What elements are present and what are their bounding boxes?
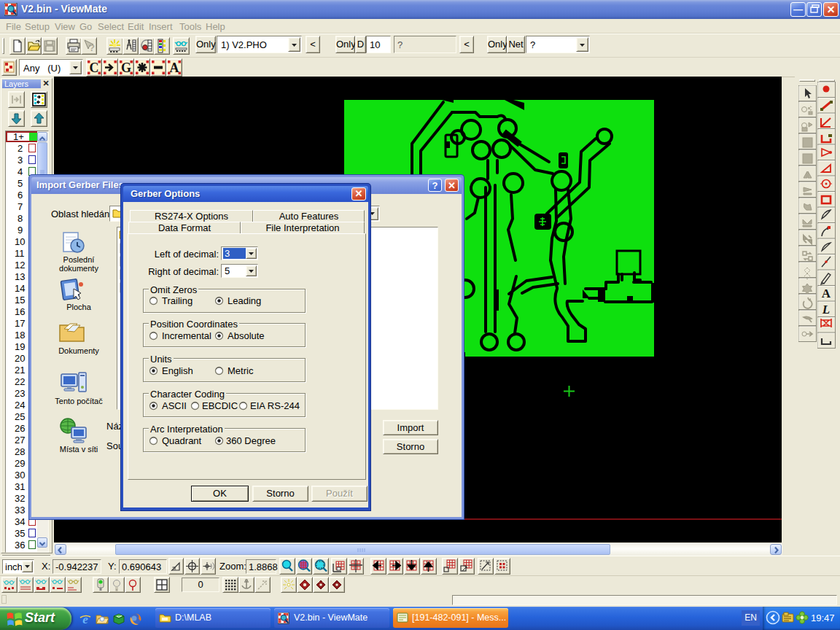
svg-text:G: G <box>121 61 131 75</box>
svg-text:A: A <box>822 287 831 300</box>
svg-text:C: C <box>90 61 99 75</box>
svg-text:e: e <box>82 612 88 626</box>
svg-text:L: L <box>822 303 830 316</box>
svg-text:?: ? <box>89 42 95 53</box>
svg-text:A: A <box>170 61 179 75</box>
